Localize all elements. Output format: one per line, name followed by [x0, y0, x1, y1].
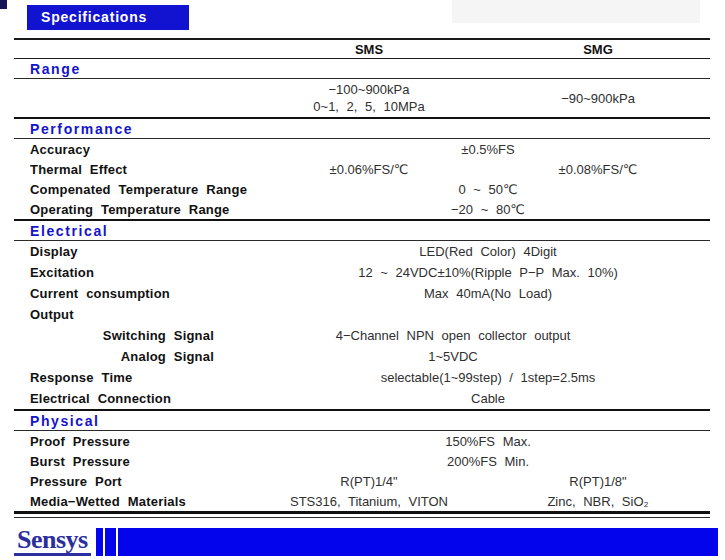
value-span: Max 40mA(No Load): [284, 286, 710, 301]
footer-bar-small: [96, 528, 103, 556]
row-label: Current consumption: [14, 286, 284, 301]
footer-bar-long: [118, 528, 718, 556]
table-row-pressure-port: Pressure Port R(PT)1/4" R(PT)1/8": [14, 471, 710, 491]
value-smg: Zinc, NBR, SiO₂: [486, 494, 710, 509]
value-span: 0 ~ 50℃: [284, 182, 710, 197]
value-sms: ±0.06%FS/℃: [284, 162, 454, 177]
row-sublabel: Analog Signal: [14, 349, 214, 364]
section-header-range: Range: [14, 59, 710, 79]
table-row-proof-pressure: Proof Pressure 150%FS Max.: [14, 431, 710, 451]
range-sms-line2: 0~1, 2, 5, 10MPa: [284, 99, 454, 114]
table-row-burst-pressure: Burst Pressure 200%FS Min.: [14, 451, 710, 471]
value-smg: ±0.08%FS/℃: [486, 162, 710, 177]
value-span: LED(Red Color) 4Digit: [284, 244, 710, 259]
row-label: Electrical Connection: [14, 391, 284, 406]
value-span: Cable: [284, 391, 710, 406]
table-header-row: SMS SMG: [14, 40, 710, 59]
column-header-smg: SMG: [486, 42, 710, 57]
sensys-logo: Sensys: [14, 528, 91, 556]
value-smg: R(PT)1/8": [486, 474, 710, 489]
table-row-operating-temp: Operating Temperature Range −20 ~ 80℃: [14, 199, 710, 221]
table-row-current-consumption: Current consumption Max 40mA(No Load): [14, 283, 710, 304]
section-header-electrical: Electrical: [14, 221, 710, 241]
row-label: Burst Pressure: [14, 454, 284, 469]
value-span: −20 ~ 80℃: [284, 202, 710, 217]
spec-table: SMS SMG Range −100~900kPa 0~1, 2, 5, 10M…: [14, 38, 710, 518]
corner-mark: [0, 0, 7, 9]
row-label: Media−Wetted Materials: [14, 494, 284, 509]
footer-bar-medium: [105, 528, 116, 556]
table-row-media-wetted-materials: Media−Wetted Materials STS316, Titanium,…: [14, 491, 710, 514]
table-row-excitation: Excitation 12 ~ 24VDC±10%(Ripple P−P Max…: [14, 262, 710, 283]
footer: Sensys: [14, 528, 718, 556]
column-header-sms: SMS: [284, 42, 454, 57]
row-label: Display: [14, 244, 284, 259]
value-span: 200%FS Min.: [284, 454, 710, 469]
section-header-physical: Physical: [14, 411, 710, 431]
table-row-accuracy: Accuracy ±0.5%FS: [14, 139, 710, 159]
range-sms-values: −100~900kPa 0~1, 2, 5, 10MPa: [284, 79, 454, 117]
row-label: Response Time: [14, 370, 284, 385]
table-row-output: Output: [14, 304, 710, 325]
table-row-range: −100~900kPa 0~1, 2, 5, 10MPa −90~900kPa: [14, 79, 710, 119]
value-span: 1~5VDC: [214, 349, 710, 364]
range-smg-value: −90~900kPa: [486, 91, 710, 106]
value-span: 12 ~ 24VDC±10%(Ripple P−P Max. 10%): [284, 265, 710, 280]
spec-sheet-page: Specifications SMS SMG Range −100~900kPa…: [0, 0, 725, 560]
footer-bars: [96, 528, 718, 556]
row-label: Proof Pressure: [14, 434, 284, 449]
section-header-performance: Performance: [14, 119, 710, 139]
row-label: Output: [14, 307, 284, 322]
value-span: 150%FS Max.: [284, 434, 710, 449]
value-sms: STS316, Titanium, VITON: [284, 494, 454, 509]
table-row-response-time: Response Time selectable(1~99step) / 1st…: [14, 367, 710, 388]
row-label: Pressure Port: [14, 474, 284, 489]
table-row-switching-signal: Switching Signal 4−Channel NPN open coll…: [14, 325, 710, 346]
section-title: Range: [14, 61, 81, 77]
row-label: Excitation: [14, 265, 284, 280]
section-title: Electrical: [14, 223, 108, 239]
section-title: Physical: [14, 413, 100, 429]
value-sms: R(PT)1/4": [284, 474, 454, 489]
scan-gray-patch: [452, 0, 700, 23]
table-row-analog-signal: Analog Signal 1~5VDC: [14, 346, 710, 367]
row-label: Accuracy: [14, 142, 284, 157]
table-bottom-rule: [14, 514, 710, 518]
table-row-display: Display LED(Red Color) 4Digit: [14, 241, 710, 262]
row-label: Operating Temperature Range: [14, 202, 284, 217]
page-title: Specifications: [27, 5, 189, 30]
table-row-thermal-effect: Thermal Effect ±0.06%FS/℃ ±0.08%FS/℃: [14, 159, 710, 179]
value-span: ±0.5%FS: [284, 142, 710, 157]
value-span: selectable(1~99step) / 1step=2.5ms: [284, 370, 710, 385]
table-row-electrical-connection: Electrical Connection Cable: [14, 388, 710, 411]
table-row-compensated-temp: Compenated Temperature Range 0 ~ 50℃: [14, 179, 710, 199]
row-sublabel: Switching Signal: [14, 328, 214, 343]
value-span: 4−Channel NPN open collector output: [214, 328, 710, 343]
row-label: Thermal Effect: [14, 162, 284, 177]
section-title: Performance: [14, 121, 133, 137]
range-sms-line1: −100~900kPa: [284, 82, 454, 97]
row-label: Compenated Temperature Range: [14, 182, 284, 197]
